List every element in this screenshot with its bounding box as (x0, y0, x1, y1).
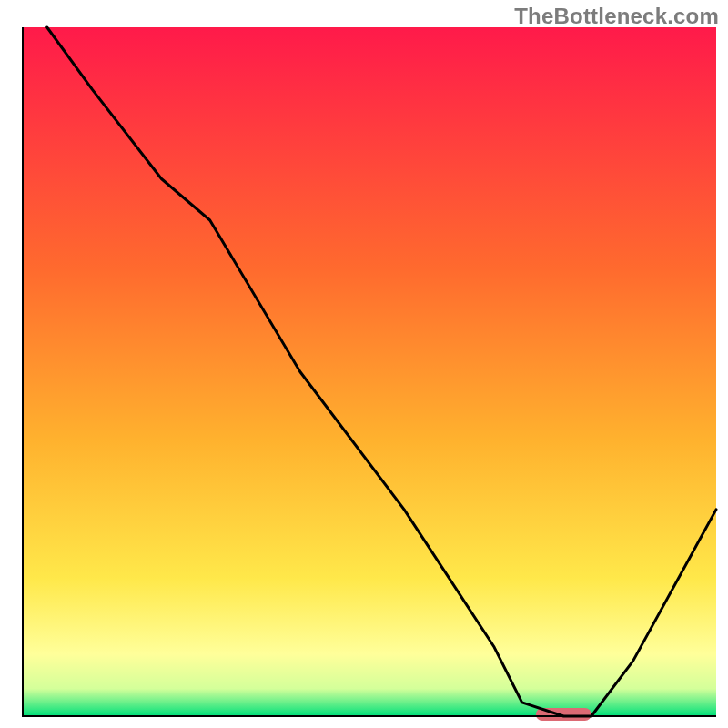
chart-svg (0, 0, 728, 728)
plot-background (23, 27, 716, 716)
watermark-text: TheBottleneck.com (514, 4, 719, 29)
bottleneck-chart: TheBottleneck.com (0, 0, 728, 728)
